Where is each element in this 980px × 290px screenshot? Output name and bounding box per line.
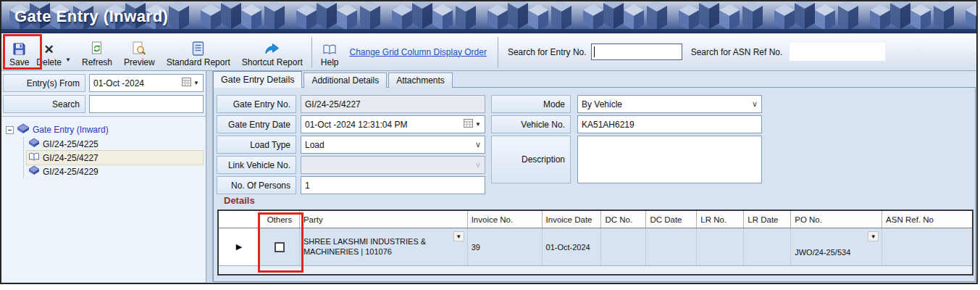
col-header-asn-ref-no: ASN Ref. No — [882, 211, 972, 228]
search-asn-label: Search for ASN Ref No. — [691, 47, 783, 57]
row-selector-cell[interactable]: ▶ — [219, 228, 260, 265]
entry-diamond-icon — [28, 165, 40, 178]
party-cell[interactable]: SHREE LAKSHMI INDUSTRIES & MACHINERIES |… — [300, 228, 468, 265]
col-header-others: Others — [260, 211, 300, 228]
no-of-persons-field[interactable]: 1 — [301, 176, 485, 194]
change-grid-column-order-link[interactable]: Change Grid Column Display Order — [349, 47, 486, 57]
content-area: Entry(s) From 01-Oct -2024 ▼ Search Gate… — [1, 71, 976, 282]
invoice-no-cell[interactable]: 39 — [468, 228, 543, 265]
preview-button[interactable]: Preview — [120, 36, 159, 69]
dropdown-arrow-icon: ▼ — [475, 121, 481, 128]
standard-report-button[interactable]: Standard Report — [163, 36, 234, 69]
gate-entry-no-field: GI/24-25/4227 — [301, 95, 485, 113]
load-type-label: Load Type — [217, 136, 296, 154]
col-header-dc-no: DC No. — [601, 211, 646, 228]
tab-additional-details[interactable]: Additional Details — [303, 72, 387, 88]
dropdown-arrow-icon: ▼ — [193, 80, 199, 86]
search-asn-input[interactable] — [790, 43, 885, 61]
col-header-dc-date: DC Date — [646, 211, 697, 228]
tab-strip: Gate Entry Details Additional Details At… — [213, 71, 454, 88]
text-caret — [594, 46, 595, 57]
current-row-marker-icon: ▶ — [236, 242, 242, 252]
search-entry-input[interactable] — [591, 44, 682, 60]
refresh-icon — [91, 41, 104, 56]
tree-collapse-icon[interactable] — [6, 126, 14, 134]
date-picker-button[interactable]: ▼ — [464, 119, 481, 130]
toolbar-separator — [311, 37, 312, 67]
gate-entry-date-picker[interactable]: 01-Oct -2024 12:31:04 PM ▼ — [301, 115, 485, 133]
grid-data-row: ▶ SHREE LAKSHMI INDUSTRIES & MACHINERIES… — [219, 228, 972, 266]
save-button[interactable]: Save — [6, 36, 33, 69]
grid-empty-area — [219, 266, 972, 274]
po-no-cell[interactable]: JWO/24-25/534 ▼ — [791, 228, 882, 265]
vehicle-no-field[interactable]: KA51AH6219 — [577, 115, 762, 133]
screenshot-stage: Gate Entry (Inward) Save ✕ Delete ▼ Refr… — [0, 0, 980, 290]
gate-entry-date-label: Gate Entry Date — [217, 115, 296, 133]
calendar-icon — [464, 119, 473, 130]
tab-attachments[interactable]: Attachments — [388, 72, 453, 88]
description-label: Description — [491, 136, 571, 183]
chevron-down-icon: ∨ — [475, 141, 481, 149]
panel-splitter[interactable] — [206, 71, 213, 282]
preview-icon — [132, 41, 146, 56]
tab-gate-entry-details[interactable]: Gate Entry Details — [213, 71, 302, 88]
lr-date-cell[interactable] — [744, 228, 791, 265]
delete-icon: ✕ — [44, 41, 54, 56]
col-header-po-no: PO No. — [791, 211, 882, 228]
main-panel: Gate Entry Details Additional Details At… — [213, 71, 976, 282]
delete-dropdown-arrow[interactable]: ▼ — [65, 57, 71, 63]
shortcut-report-button[interactable]: Shortcut Report — [238, 36, 306, 69]
tree-item-gi-4227-selected[interactable]: GI/24-25/4227 — [27, 151, 203, 165]
save-icon — [12, 41, 26, 56]
toolbar: Save ✕ Delete ▼ Refresh Preview Standard… — [1, 33, 976, 71]
shortcut-report-icon — [264, 41, 280, 56]
help-button[interactable]: Help — [317, 36, 343, 69]
others-cell[interactable] — [260, 228, 300, 265]
col-header-party: Party — [300, 211, 468, 228]
gate-entry-no-label: Gate Entry No. — [217, 95, 296, 113]
tree-item-gi-4225[interactable]: GI/24-25/4225 — [27, 137, 203, 151]
entries-from-date-picker[interactable]: 01-Oct -2024 ▼ — [89, 74, 204, 92]
no-of-persons-label: No. Of Persons — [217, 176, 296, 194]
party-dropdown-button[interactable]: ▼ — [453, 231, 464, 241]
date-picker-button[interactable]: ▼ — [182, 78, 199, 88]
others-checkbox[interactable] — [275, 242, 285, 252]
details-section-title: Details — [224, 195, 255, 206]
tree-item-gi-4229[interactable]: GI/24-25/4229 — [27, 165, 203, 178]
open-book-icon — [28, 152, 40, 164]
vehicle-no-label: Vehicle No. — [491, 115, 571, 133]
asn-ref-no-cell[interactable] — [882, 228, 972, 265]
col-header-selector — [219, 211, 260, 228]
folder-diamond-icon — [17, 123, 30, 136]
dc-no-cell[interactable] — [601, 228, 646, 265]
chevron-down-icon: ∨ — [752, 100, 758, 108]
description-textarea[interactable] — [577, 136, 762, 183]
title-bar: Gate Entry (Inward) — [1, 1, 976, 33]
details-grid: Others Party Invoice No. Invoice Date DC… — [217, 210, 973, 276]
col-header-lr-date: LR Date — [744, 211, 791, 228]
refresh-button[interactable]: Refresh — [78, 36, 116, 69]
lr-no-cell[interactable] — [697, 228, 744, 265]
dc-date-cell[interactable] — [646, 228, 697, 265]
sidebar-search-input[interactable] — [89, 95, 204, 113]
entries-from-label: Entry(s) From — [3, 74, 85, 92]
entry-diamond-icon — [28, 138, 40, 150]
chevron-down-icon: ∨ — [475, 161, 481, 169]
mode-combo[interactable]: By Vehicle ∨ — [577, 95, 762, 113]
col-header-lr-no: LR No. — [697, 211, 744, 228]
load-type-combo[interactable]: Load ∨ — [301, 136, 485, 154]
mode-label: Mode — [491, 95, 571, 113]
delete-button[interactable]: ✕ Delete — [33, 36, 65, 69]
tree-children: GI/24-25/4225 GI/24-25/4227 GI/24-25/422… — [23, 137, 203, 178]
link-vehicle-no-label: Link Vehicle No. — [217, 156, 296, 174]
page-title: Gate Entry (Inward) — [14, 7, 168, 26]
sidebar: Entry(s) From 01-Oct -2024 ▼ Search Gate… — [1, 71, 206, 282]
sidebar-search-label: Search — [3, 95, 85, 113]
gate-entry-tree: Gate Entry (Inward) GI/24-25/4225 GI/24-… — [1, 116, 206, 282]
app-window: Gate Entry (Inward) Save ✕ Delete ▼ Refr… — [0, 0, 978, 284]
po-dropdown-button[interactable]: ▼ — [868, 231, 879, 241]
invoice-date-cell[interactable]: 01-Oct-2024 — [543, 228, 602, 265]
tree-root[interactable]: Gate Entry (Inward) — [6, 123, 203, 137]
gate-entry-form: Gate Entry No. GI/24-25/4227 Gate Entry … — [213, 87, 976, 282]
help-icon — [322, 41, 337, 56]
